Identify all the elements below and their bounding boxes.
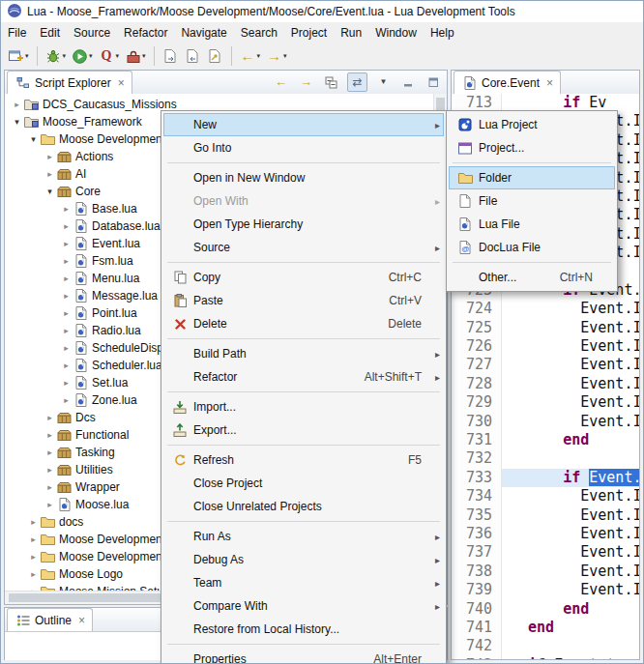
context-menu-item-refresh[interactable]: RefreshF5: [163, 448, 444, 472]
line-number[interactable]: 734: [452, 487, 502, 505]
line-number[interactable]: 730: [452, 413, 502, 431]
expand-arrow-icon[interactable]: ▸: [27, 517, 40, 527]
expand-arrow-icon[interactable]: ▸: [60, 204, 73, 214]
context-menu-item-close-project[interactable]: Close Project: [163, 472, 444, 495]
line-number[interactable]: 733: [452, 469, 502, 487]
line-number[interactable]: 739: [452, 581, 502, 599]
context-menu-item-import[interactable]: Import...: [163, 395, 444, 419]
context-menu-item-refactor[interactable]: RefactorAlt+Shift+T▸: [163, 365, 444, 389]
context-menu-item-open-with[interactable]: Open With▸: [163, 189, 444, 213]
menu-run[interactable]: Run: [334, 24, 368, 42]
toolbar-next-annotation-button[interactable]: [161, 45, 181, 67]
dropdown-arrow-icon[interactable]: ▾: [63, 52, 67, 60]
expand-arrow-icon[interactable]: ▸: [44, 500, 56, 509]
expand-arrow-icon[interactable]: ▾: [27, 134, 40, 144]
context-menu-item-properties[interactable]: PropertiesAlt+Enter: [163, 648, 444, 664]
context-menu-item-debug-as[interactable]: Debug As▸: [163, 548, 444, 571]
line-number[interactable]: 731: [452, 431, 502, 449]
menu-search[interactable]: Search: [234, 24, 284, 42]
scrollbar-thumb[interactable]: [9, 593, 183, 602]
expand-arrow-icon[interactable]: ▸: [60, 343, 73, 353]
toolbar-new-wizard-button[interactable]: ▾: [6, 45, 31, 67]
expand-arrow-icon[interactable]: ▾: [44, 187, 56, 196]
line-number[interactable]: 732: [452, 449, 502, 468]
context-menu-item-paste[interactable]: PasteCtrl+V: [163, 289, 444, 312]
view-toolbar-back-nav-button[interactable]: ←: [272, 73, 290, 91]
close-icon[interactable]: ×: [118, 76, 125, 90]
toolbar-prev-annotation-button[interactable]: [183, 45, 203, 67]
expand-arrow-icon[interactable]: ▸: [44, 413, 56, 422]
expand-arrow-icon[interactable]: ▸: [44, 430, 56, 440]
expand-arrow-icon[interactable]: ▸: [60, 378, 73, 388]
line-number[interactable]: 736: [452, 525, 502, 543]
line-number[interactable]: 735: [452, 506, 502, 525]
new-submenu-item-other[interactable]: Other...Ctrl+N: [449, 266, 615, 289]
expand-arrow-icon[interactable]: ▸: [44, 447, 56, 457]
toolbar-forward-button[interactable]: →▾: [264, 45, 289, 67]
line-number[interactable]: 737: [452, 543, 502, 562]
line-number[interactable]: 728: [452, 375, 502, 393]
context-menu-item-build-path[interactable]: Build Path▸: [163, 342, 444, 365]
context-menu-item-close-unrelated-projects[interactable]: Close Unrelated Projects: [163, 495, 444, 518]
menu-window[interactable]: Window: [368, 24, 424, 42]
dropdown-arrow-icon[interactable]: ▾: [116, 52, 120, 60]
new-submenu-item-project[interactable]: Project...: [449, 136, 615, 159]
dropdown-arrow-icon[interactable]: ▾: [283, 52, 287, 60]
context-menu-item-run-as[interactable]: Run As▸: [163, 525, 444, 548]
context-menu-item-source[interactable]: Source▸: [163, 236, 444, 259]
line-number[interactable]: 743: [452, 656, 502, 659]
expand-arrow-icon[interactable]: ▸: [11, 100, 23, 109]
line-number[interactable]: 724: [452, 300, 502, 318]
view-toolbar-link-editor-button[interactable]: ⇄: [347, 72, 367, 92]
toolbar-launch-config-button[interactable]: Q▾: [97, 45, 122, 67]
new-submenu-item-folder[interactable]: Folder: [449, 166, 615, 189]
expand-arrow-icon[interactable]: ▸: [27, 534, 40, 544]
tab-outline[interactable]: Outline ×: [7, 608, 93, 631]
expand-arrow-icon[interactable]: ▸: [60, 221, 73, 231]
menu-help[interactable]: Help: [424, 24, 461, 42]
context-menu-item-compare-with[interactable]: Compare With▸: [163, 594, 444, 618]
context-menu-item-open-type-hierarchy[interactable]: Open Type Hierarchy: [163, 213, 444, 236]
expand-arrow-icon[interactable]: ▸: [60, 395, 73, 405]
line-number[interactable]: 738: [452, 563, 502, 581]
line-number[interactable]: 740: [452, 600, 502, 619]
tab-core-event[interactable]: Core.Event ×: [454, 71, 561, 94]
toolbar-last-edit-location-button[interactable]: [205, 45, 225, 67]
menu-edit[interactable]: Edit: [33, 24, 67, 42]
new-submenu-item-lua-project[interactable]: Lua Project: [449, 113, 615, 136]
expand-arrow-icon[interactable]: ▸: [60, 361, 73, 370]
new-submenu-item-file[interactable]: File: [449, 189, 615, 213]
expand-arrow-icon[interactable]: ▸: [60, 308, 73, 318]
context-menu-item-go-into[interactable]: Go Into: [163, 136, 444, 159]
menu-navigate[interactable]: Navigate: [174, 24, 233, 42]
new-submenu-item-lua-file[interactable]: Lua File: [449, 213, 615, 236]
context-menu-item-delete[interactable]: DeleteDelete: [163, 312, 444, 335]
line-number[interactable]: 727: [452, 356, 502, 374]
line-number[interactable]: 725: [452, 319, 502, 337]
tab-script-explorer[interactable]: Script Explorer ×: [7, 71, 132, 94]
titlebar[interactable]: Lua - Moose_Framework/Moose Development/…: [1, 1, 643, 22]
menu-project[interactable]: Project: [284, 24, 334, 42]
line-number[interactable]: 741: [452, 619, 502, 637]
view-toolbar-collapse-all-button[interactable]: [322, 73, 340, 91]
toolbar-external-tools-button[interactable]: ▾: [123, 45, 148, 67]
toolbar-back-button[interactable]: ←▾: [238, 45, 263, 67]
view-toolbar-maximize-button[interactable]: [424, 73, 443, 91]
dropdown-arrow-icon[interactable]: ▾: [25, 52, 29, 60]
dropdown-arrow-icon[interactable]: ▾: [257, 52, 261, 60]
context-menu-item-copy[interactable]: CopyCtrl+C: [163, 266, 444, 289]
dropdown-arrow-icon[interactable]: ▾: [142, 52, 146, 60]
context-menu-item-new[interactable]: New▸: [163, 113, 444, 136]
expand-arrow-icon[interactable]: ▸: [27, 569, 40, 579]
expand-arrow-icon[interactable]: ▸: [27, 552, 40, 562]
context-menu-item-restore-from-local-history[interactable]: Restore from Local History...: [163, 618, 444, 641]
expand-arrow-icon[interactable]: ▸: [60, 291, 73, 301]
line-number[interactable]: 742: [452, 637, 502, 655]
expand-arrow-icon[interactable]: ▸: [60, 326, 73, 335]
line-number[interactable]: 729: [452, 393, 502, 412]
expand-arrow-icon[interactable]: ▾: [11, 117, 23, 127]
close-icon[interactable]: ×: [78, 614, 85, 627]
expand-arrow-icon[interactable]: ▸: [44, 465, 56, 475]
dropdown-arrow-icon[interactable]: ▾: [89, 52, 93, 60]
expand-arrow-icon[interactable]: ▸: [44, 482, 56, 492]
